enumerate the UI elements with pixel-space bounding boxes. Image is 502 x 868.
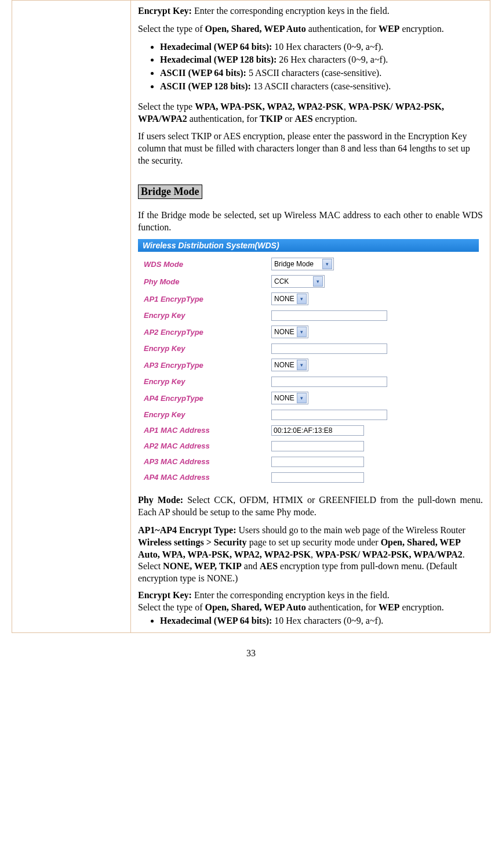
chevron-down-icon: ▾ xyxy=(297,360,307,370)
wds-field-label: Encryp Key xyxy=(144,344,271,353)
list-item: ASCII (WEP 64 bits): 5 ASCII characters … xyxy=(160,67,483,79)
doc-table: Encrypt Key: Enter the corresponding enc… xyxy=(12,0,490,633)
encrypt-key-para-2: Encrypt Key: Enter the corresponding enc… xyxy=(138,589,483,614)
wds-row: AP3 MAC Address xyxy=(144,454,473,469)
wep-list-2: Hexadecimal (WEP 64 bits): 10 Hex charac… xyxy=(143,615,483,627)
bridge-intro: If the Bridge mode be selected, set up W… xyxy=(138,209,483,234)
wds-field-label: AP4 MAC Address xyxy=(144,473,271,482)
wds-row: AP4 MAC Address xyxy=(144,469,473,485)
content-cell: Encrypt Key: Enter the corresponding enc… xyxy=(131,1,490,633)
wds-field-label: WDS Mode xyxy=(144,260,271,269)
wds-row: AP2 EncrypTypeNONE▾ xyxy=(144,323,473,341)
input-ap1-mac-address[interactable] xyxy=(271,425,364,436)
chevron-down-icon: ▾ xyxy=(322,259,332,269)
wds-row: AP1 MAC Address xyxy=(144,422,473,438)
wds-field-label: AP1 MAC Address xyxy=(144,426,271,435)
wds-body: WDS ModeBridge Mode▾Phy ModeCCK▾AP1 Encr… xyxy=(138,252,479,489)
wds-field-label: Encryp Key xyxy=(144,311,271,320)
wds-field-label: AP2 MAC Address xyxy=(144,442,271,450)
wds-field-label: AP4 EncrypType xyxy=(144,394,271,403)
wep-list: Hexadecimal (WEP 64 bits): 10 Hex charac… xyxy=(143,41,483,93)
input-ap4-mac-address[interactable] xyxy=(271,472,364,483)
wds-row: Encryp Key xyxy=(144,308,473,323)
input-encryp-key[interactable] xyxy=(271,343,387,354)
encrypt-key-para: Encrypt Key: Enter the corresponding enc… xyxy=(138,5,483,17)
chevron-down-icon: ▾ xyxy=(297,294,307,304)
encrypt-key-label: Encrypt Key: xyxy=(138,6,192,16)
ap-encrypt-para: AP1~AP4 Encrypt Type: Users should go to… xyxy=(138,525,483,585)
wds-row: Encryp Key xyxy=(144,407,473,422)
select-phy-mode[interactable]: CCK▾ xyxy=(271,275,325,288)
wds-row: Phy ModeCCK▾ xyxy=(144,273,473,290)
wds-row: AP2 MAC Address xyxy=(144,438,473,454)
input-encryp-key[interactable] xyxy=(271,310,387,321)
input-encryp-key[interactable] xyxy=(271,410,387,420)
wds-field-label: AP3 EncrypType xyxy=(144,361,271,370)
wds-field-label: Phy Mode xyxy=(144,277,271,286)
tkip-aes-para: If users select TKIP or AES encryption, … xyxy=(138,131,483,167)
chevron-down-icon: ▾ xyxy=(313,276,323,287)
input-ap2-mac-address[interactable] xyxy=(271,441,364,451)
wds-field-label: Encryp Key xyxy=(144,377,271,386)
select-wds-mode[interactable]: Bridge Mode▾ xyxy=(271,258,334,270)
wds-field-label: AP2 EncrypType xyxy=(144,328,271,337)
bridge-mode-heading: Bridge Mode xyxy=(138,185,202,199)
select-wpa-para: Select the type WPA, WPA-PSK, WPA2, WPA2… xyxy=(138,101,483,125)
input-ap3-mac-address[interactable] xyxy=(271,457,364,467)
select-ap4-encryptype[interactable]: NONE▾ xyxy=(271,392,308,404)
wds-row: AP3 EncrypTypeNONE▾ xyxy=(144,356,473,374)
wds-field-label: AP3 MAC Address xyxy=(144,457,271,466)
list-item: ASCII (WEP 128 bits): 13 ASCII character… xyxy=(160,81,483,93)
phy-mode-para: Phy Mode: Select CCK, OFDM, HTMIX or GRE… xyxy=(138,494,483,519)
select-ap1-encryptype[interactable]: NONE▾ xyxy=(271,292,308,305)
wds-field-label: Encryp Key xyxy=(144,410,271,419)
list-item: Hexadecimal (WEP 64 bits): 10 Hex charac… xyxy=(160,615,483,627)
encrypt-key-text: Enter the corresponding encryption keys … xyxy=(192,6,390,16)
page-number: 33 xyxy=(12,648,490,659)
wds-row: Encryp Key xyxy=(144,341,473,356)
wds-panel: Wireless Distribution System(WDS) WDS Mo… xyxy=(138,239,479,489)
list-item: Hexadecimal (WEP 128 bits): 26 Hex chara… xyxy=(160,54,483,66)
wds-field-label: AP1 EncrypType xyxy=(144,295,271,303)
select-ap2-encryptype[interactable]: NONE▾ xyxy=(271,326,308,338)
select-ap3-encryptype[interactable]: NONE▾ xyxy=(271,359,308,371)
input-encryp-key[interactable] xyxy=(271,377,387,387)
wds-row: Encryp Key xyxy=(144,374,473,389)
left-column xyxy=(12,1,131,633)
wds-row: WDS ModeBridge Mode▾ xyxy=(144,255,473,273)
wds-header: Wireless Distribution System(WDS) xyxy=(138,239,479,252)
chevron-down-icon: ▾ xyxy=(297,393,307,403)
wds-row: AP1 EncrypTypeNONE▾ xyxy=(144,290,473,308)
list-item: Hexadecimal (WEP 64 bits): 10 Hex charac… xyxy=(160,41,483,53)
select-open-para: Select the type of Open, Shared, WEP Aut… xyxy=(138,23,483,35)
chevron-down-icon: ▾ xyxy=(297,327,307,337)
wds-row: AP4 EncrypTypeNONE▾ xyxy=(144,389,473,407)
